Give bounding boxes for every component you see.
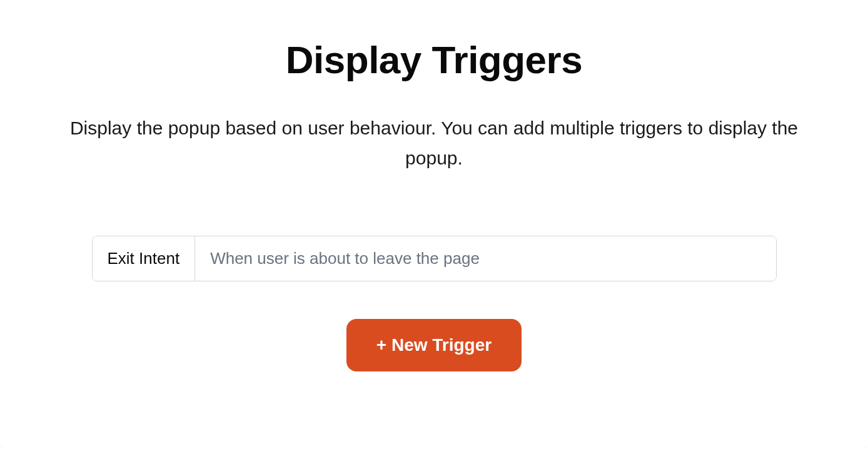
trigger-description: When user is about to leave the page (195, 236, 775, 281)
page-description: Display the popup based on user behaviou… (44, 113, 824, 173)
display-triggers-card: Display Triggers Display the popup based… (0, 0, 868, 449)
trigger-type-label: Exit Intent (93, 236, 196, 281)
new-trigger-button[interactable]: + New Trigger (346, 319, 522, 371)
new-trigger-button-label: + New Trigger (376, 335, 492, 355)
page-title: Display Triggers (286, 38, 582, 82)
trigger-row[interactable]: Exit Intent When user is about to leave … (92, 236, 777, 281)
